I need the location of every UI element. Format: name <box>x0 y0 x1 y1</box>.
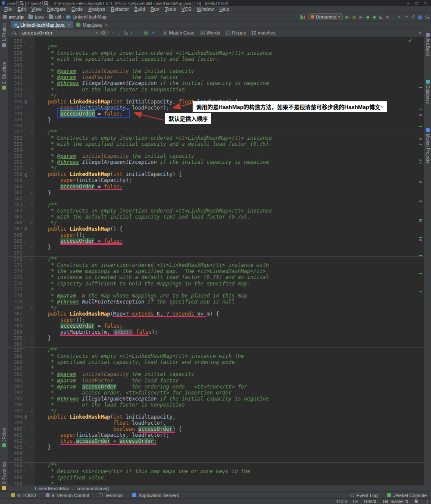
menu-item-navigate[interactable]: Navigate <box>44 6 68 12</box>
code-line[interactable]: 380▴ */ <box>8 305 424 311</box>
code-line[interactable]: 344 * or the load factor is nonpositive <box>8 87 424 93</box>
caret-position[interactable]: 413:8 <box>336 499 347 504</box>
code-line[interactable]: 406▾ /** <box>8 462 424 468</box>
code-line[interactable]: 386 <box>8 341 424 347</box>
line-number[interactable]: 380 <box>8 305 25 310</box>
line-number[interactable]: 395 <box>8 396 25 401</box>
menu-item-analyze[interactable]: Analyze <box>86 6 108 12</box>
fold-marker-icon[interactable]: ▾ <box>29 348 34 352</box>
line-number[interactable]: 394 <box>8 390 25 395</box>
line-number[interactable]: 383 <box>8 323 25 329</box>
menu-item-refactor[interactable]: Refactor <box>108 6 131 12</box>
line-number[interactable]: 355 <box>8 153 25 159</box>
line-number[interactable]: 368 <box>8 232 25 238</box>
next-match-button[interactable]: ↓ <box>118 30 121 35</box>
code-line[interactable]: 399 float loadFactor, <box>8 420 424 426</box>
line-number[interactable]: 348 <box>8 111 25 116</box>
line-number[interactable]: 339 <box>8 56 25 62</box>
tool-strip-item-database[interactable]: Database <box>425 80 430 104</box>
code-line[interactable]: 379 * @throws NullPointerException if th… <box>8 299 424 305</box>
code-line[interactable]: 395 * @throws IllegalArgumentException i… <box>8 396 424 402</box>
line-number[interactable]: 392 <box>8 378 25 383</box>
jrebel-debug-icon[interactable]: ◆ <box>373 14 376 20</box>
code-line[interactable]: 337▾ /** <box>8 44 424 50</box>
line-number[interactable]: 403 <box>8 445 25 450</box>
line-number[interactable]: 387 <box>8 347 25 353</box>
code-line[interactable]: 396 * or the load factor is nonpositive <box>8 402 424 408</box>
line-number[interactable]: 349 <box>8 117 25 122</box>
fold-marker-icon[interactable]: ▴ <box>29 336 34 340</box>
line-number[interactable]: 402 <box>8 438 25 444</box>
line-number[interactable]: 340 <box>8 63 25 68</box>
breadcrumb-item-java[interactable]: java <box>28 14 44 19</box>
run-config-select[interactable]: Unnamed ▾ <box>308 13 343 20</box>
fold-marker-icon[interactable]: ▴ <box>29 409 34 413</box>
code-line[interactable]: 362 <box>8 196 424 202</box>
menu-item-view[interactable]: View <box>29 6 44 12</box>
menu-item-tools[interactable]: Tools <box>162 6 179 12</box>
line-number[interactable]: 353 <box>8 141 25 147</box>
previous-match-button[interactable]: ↑ <box>112 30 115 35</box>
line-number[interactable]: 372 <box>8 257 25 262</box>
checkbox-regex[interactable]: Regex <box>226 30 246 35</box>
breadcrumb-item-linkedhashmap[interactable]: CLinkedHashMap <box>66 14 107 19</box>
tool-strip-item-maven-projects[interactable]: Maven Projects <box>425 128 430 163</box>
code-line[interactable]: 351▾ /** <box>8 129 424 135</box>
line-number[interactable]: 364 <box>8 208 25 213</box>
line-number[interactable]: 345 <box>8 93 25 98</box>
line-number[interactable]: 390 <box>8 366 25 371</box>
code-line[interactable]: 369 accessOrder = false; <box>8 238 424 244</box>
fold-marker-icon[interactable]: ▴ <box>29 166 34 170</box>
line-number[interactable]: 385 <box>8 335 25 341</box>
debug-icon[interactable]: ◉ <box>352 14 356 20</box>
line-number[interactable]: 346 <box>8 99 25 104</box>
line-number[interactable]: 365 <box>8 214 25 219</box>
line-number[interactable]: 384 <box>8 329 25 335</box>
code-line[interactable]: 346@ public LinkedHashMap(int initialCap… <box>8 99 424 105</box>
fold-marker-icon[interactable]: ▴ <box>29 221 34 225</box>
code-line[interactable]: 392 * @param loadFactor the load factor <box>8 378 424 384</box>
tool-window-toggle-icon[interactable] <box>2 500 5 503</box>
code-line[interactable]: 370▴ } <box>8 244 424 250</box>
code-line[interactable]: 393 * @param accessOrder the ordering mo… <box>8 384 424 390</box>
line-number[interactable]: 406 <box>8 463 25 468</box>
minimize-button[interactable]: – <box>407 1 410 6</box>
add-occurrence-icon[interactable]: + <box>130 30 133 35</box>
tool-strip-item-jrebel[interactable]: JRebel <box>2 428 6 447</box>
fold-marker-icon[interactable]: ▾ <box>29 203 34 207</box>
code-line[interactable]: 343 * @throws IllegalArgumentException i… <box>8 80 424 86</box>
close-find-bar-icon[interactable]: × <box>419 30 421 35</box>
line-number[interactable]: 361 <box>8 190 25 195</box>
menu-item-help[interactable]: Help <box>217 6 232 12</box>
code-line[interactable]: 354 * <box>8 147 424 153</box>
line-number[interactable]: 367 <box>8 226 25 232</box>
line-number[interactable]: 351 <box>8 129 25 135</box>
line-number[interactable]: 400 <box>8 426 25 432</box>
search-input[interactable]: accessOrder ↵ × <box>19 30 109 36</box>
code-line[interactable]: 381 public LinkedHashMap(Map<? extends K… <box>8 311 424 317</box>
code-line[interactable]: 375 * instance is created with a default… <box>8 274 424 280</box>
line-number[interactable]: 336 <box>8 38 25 44</box>
code-line[interactable]: 367@ public LinkedHashMap() { <box>8 226 424 232</box>
line-number[interactable]: 408 <box>8 475 25 480</box>
commit-icon[interactable]: ✔ <box>397 14 401 20</box>
menu-item-run[interactable]: Run <box>148 6 162 12</box>
fold-marker-icon[interactable]: ▾ <box>29 257 34 261</box>
code-line[interactable]: 387▾ /** <box>8 347 424 353</box>
breadcrumb-item-src.zip[interactable]: src.zip <box>3 14 24 19</box>
rollback-icon[interactable]: ↺ <box>411 14 415 20</box>
tab-close-icon[interactable]: × <box>105 22 107 27</box>
code-line[interactable]: 391 * @param initialCapacity the initial… <box>8 371 424 377</box>
coverage-icon[interactable]: ▶ <box>359 14 363 20</box>
code-line[interactable]: 358@ public LinkedHashMap(int initialCap… <box>8 171 424 177</box>
code-line[interactable]: 365 * with the default initial capacity … <box>8 214 424 220</box>
vcs-branch[interactable]: Git: master ⇅ <box>383 499 409 504</box>
code-line[interactable]: 405 <box>8 456 424 462</box>
code-line[interactable]: 360 accessOrder = false; <box>8 184 424 190</box>
line-number[interactable]: 374 <box>8 269 25 274</box>
line-number[interactable]: 397 <box>8 408 25 413</box>
line-number[interactable]: 366 <box>8 220 25 225</box>
code-line[interactable]: 402 this.accessOrder = accessOrder; <box>8 438 424 444</box>
tab-close-icon[interactable]: × <box>68 22 70 27</box>
code-line[interactable]: 409 * <box>8 481 424 485</box>
